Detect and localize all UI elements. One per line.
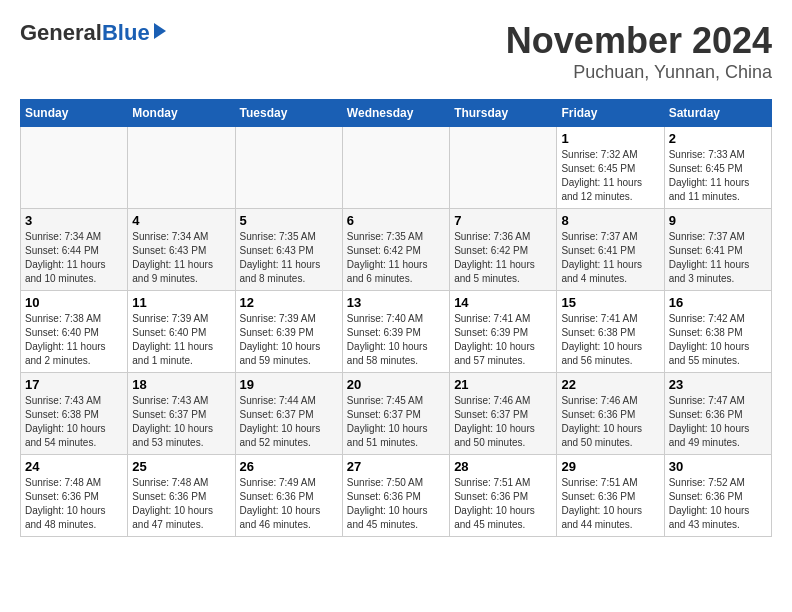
day-info: Sunrise: 7:50 AM Sunset: 6:36 PM Dayligh… bbox=[347, 476, 445, 532]
calendar-week-1: 1Sunrise: 7:32 AM Sunset: 6:45 PM Daylig… bbox=[21, 127, 772, 209]
day-info: Sunrise: 7:47 AM Sunset: 6:36 PM Dayligh… bbox=[669, 394, 767, 450]
day-info: Sunrise: 7:46 AM Sunset: 6:37 PM Dayligh… bbox=[454, 394, 552, 450]
day-number: 10 bbox=[25, 295, 123, 310]
weekday-header-friday: Friday bbox=[557, 100, 664, 127]
calendar-cell: 21Sunrise: 7:46 AM Sunset: 6:37 PM Dayli… bbox=[450, 373, 557, 455]
page-header: General Blue November 2024 Puchuan, Yunn… bbox=[20, 20, 772, 83]
calendar-cell: 20Sunrise: 7:45 AM Sunset: 6:37 PM Dayli… bbox=[342, 373, 449, 455]
day-info: Sunrise: 7:34 AM Sunset: 6:43 PM Dayligh… bbox=[132, 230, 230, 286]
calendar-cell: 28Sunrise: 7:51 AM Sunset: 6:36 PM Dayli… bbox=[450, 455, 557, 537]
calendar-week-4: 17Sunrise: 7:43 AM Sunset: 6:38 PM Dayli… bbox=[21, 373, 772, 455]
calendar-cell: 7Sunrise: 7:36 AM Sunset: 6:42 PM Daylig… bbox=[450, 209, 557, 291]
calendar-week-3: 10Sunrise: 7:38 AM Sunset: 6:40 PM Dayli… bbox=[21, 291, 772, 373]
calendar-cell bbox=[235, 127, 342, 209]
day-info: Sunrise: 7:46 AM Sunset: 6:36 PM Dayligh… bbox=[561, 394, 659, 450]
weekday-header-row: SundayMondayTuesdayWednesdayThursdayFrid… bbox=[21, 100, 772, 127]
day-info: Sunrise: 7:35 AM Sunset: 6:43 PM Dayligh… bbox=[240, 230, 338, 286]
calendar-cell: 22Sunrise: 7:46 AM Sunset: 6:36 PM Dayli… bbox=[557, 373, 664, 455]
calendar-cell: 3Sunrise: 7:34 AM Sunset: 6:44 PM Daylig… bbox=[21, 209, 128, 291]
weekday-header-wednesday: Wednesday bbox=[342, 100, 449, 127]
calendar-cell: 15Sunrise: 7:41 AM Sunset: 6:38 PM Dayli… bbox=[557, 291, 664, 373]
logo: General Blue bbox=[20, 20, 166, 46]
day-number: 29 bbox=[561, 459, 659, 474]
calendar-cell: 30Sunrise: 7:52 AM Sunset: 6:36 PM Dayli… bbox=[664, 455, 771, 537]
calendar-cell bbox=[342, 127, 449, 209]
day-number: 20 bbox=[347, 377, 445, 392]
day-number: 4 bbox=[132, 213, 230, 228]
day-number: 30 bbox=[669, 459, 767, 474]
calendar-cell: 25Sunrise: 7:48 AM Sunset: 6:36 PM Dayli… bbox=[128, 455, 235, 537]
calendar-cell: 18Sunrise: 7:43 AM Sunset: 6:37 PM Dayli… bbox=[128, 373, 235, 455]
day-number: 21 bbox=[454, 377, 552, 392]
day-number: 16 bbox=[669, 295, 767, 310]
day-info: Sunrise: 7:33 AM Sunset: 6:45 PM Dayligh… bbox=[669, 148, 767, 204]
day-info: Sunrise: 7:37 AM Sunset: 6:41 PM Dayligh… bbox=[561, 230, 659, 286]
calendar-cell: 27Sunrise: 7:50 AM Sunset: 6:36 PM Dayli… bbox=[342, 455, 449, 537]
logo-arrow-icon bbox=[154, 23, 166, 39]
location: Puchuan, Yunnan, China bbox=[506, 62, 772, 83]
day-info: Sunrise: 7:45 AM Sunset: 6:37 PM Dayligh… bbox=[347, 394, 445, 450]
month-title: November 2024 bbox=[506, 20, 772, 62]
calendar-cell: 9Sunrise: 7:37 AM Sunset: 6:41 PM Daylig… bbox=[664, 209, 771, 291]
day-number: 25 bbox=[132, 459, 230, 474]
calendar-cell: 16Sunrise: 7:42 AM Sunset: 6:38 PM Dayli… bbox=[664, 291, 771, 373]
day-number: 5 bbox=[240, 213, 338, 228]
day-number: 11 bbox=[132, 295, 230, 310]
calendar-cell: 12Sunrise: 7:39 AM Sunset: 6:39 PM Dayli… bbox=[235, 291, 342, 373]
calendar-cell: 19Sunrise: 7:44 AM Sunset: 6:37 PM Dayli… bbox=[235, 373, 342, 455]
calendar-cell: 26Sunrise: 7:49 AM Sunset: 6:36 PM Dayli… bbox=[235, 455, 342, 537]
day-info: Sunrise: 7:41 AM Sunset: 6:38 PM Dayligh… bbox=[561, 312, 659, 368]
day-number: 15 bbox=[561, 295, 659, 310]
day-info: Sunrise: 7:43 AM Sunset: 6:37 PM Dayligh… bbox=[132, 394, 230, 450]
day-number: 12 bbox=[240, 295, 338, 310]
calendar-cell: 17Sunrise: 7:43 AM Sunset: 6:38 PM Dayli… bbox=[21, 373, 128, 455]
calendar-cell: 5Sunrise: 7:35 AM Sunset: 6:43 PM Daylig… bbox=[235, 209, 342, 291]
logo-blue-text: Blue bbox=[102, 20, 150, 46]
day-number: 26 bbox=[240, 459, 338, 474]
calendar-cell: 13Sunrise: 7:40 AM Sunset: 6:39 PM Dayli… bbox=[342, 291, 449, 373]
calendar-cell bbox=[128, 127, 235, 209]
day-number: 2 bbox=[669, 131, 767, 146]
calendar-week-5: 24Sunrise: 7:48 AM Sunset: 6:36 PM Dayli… bbox=[21, 455, 772, 537]
calendar-cell: 6Sunrise: 7:35 AM Sunset: 6:42 PM Daylig… bbox=[342, 209, 449, 291]
day-info: Sunrise: 7:34 AM Sunset: 6:44 PM Dayligh… bbox=[25, 230, 123, 286]
day-info: Sunrise: 7:41 AM Sunset: 6:39 PM Dayligh… bbox=[454, 312, 552, 368]
calendar-body: 1Sunrise: 7:32 AM Sunset: 6:45 PM Daylig… bbox=[21, 127, 772, 537]
day-info: Sunrise: 7:48 AM Sunset: 6:36 PM Dayligh… bbox=[25, 476, 123, 532]
weekday-header-saturday: Saturday bbox=[664, 100, 771, 127]
weekday-header-thursday: Thursday bbox=[450, 100, 557, 127]
day-info: Sunrise: 7:38 AM Sunset: 6:40 PM Dayligh… bbox=[25, 312, 123, 368]
day-number: 27 bbox=[347, 459, 445, 474]
calendar-cell bbox=[21, 127, 128, 209]
day-number: 6 bbox=[347, 213, 445, 228]
day-number: 23 bbox=[669, 377, 767, 392]
calendar-cell: 8Sunrise: 7:37 AM Sunset: 6:41 PM Daylig… bbox=[557, 209, 664, 291]
calendar-cell: 29Sunrise: 7:51 AM Sunset: 6:36 PM Dayli… bbox=[557, 455, 664, 537]
calendar-cell: 10Sunrise: 7:38 AM Sunset: 6:40 PM Dayli… bbox=[21, 291, 128, 373]
day-info: Sunrise: 7:51 AM Sunset: 6:36 PM Dayligh… bbox=[454, 476, 552, 532]
calendar-cell: 14Sunrise: 7:41 AM Sunset: 6:39 PM Dayli… bbox=[450, 291, 557, 373]
day-number: 8 bbox=[561, 213, 659, 228]
day-info: Sunrise: 7:40 AM Sunset: 6:39 PM Dayligh… bbox=[347, 312, 445, 368]
day-info: Sunrise: 7:42 AM Sunset: 6:38 PM Dayligh… bbox=[669, 312, 767, 368]
day-info: Sunrise: 7:44 AM Sunset: 6:37 PM Dayligh… bbox=[240, 394, 338, 450]
calendar-week-2: 3Sunrise: 7:34 AM Sunset: 6:44 PM Daylig… bbox=[21, 209, 772, 291]
day-info: Sunrise: 7:51 AM Sunset: 6:36 PM Dayligh… bbox=[561, 476, 659, 532]
calendar-cell bbox=[450, 127, 557, 209]
day-number: 7 bbox=[454, 213, 552, 228]
day-number: 13 bbox=[347, 295, 445, 310]
day-number: 1 bbox=[561, 131, 659, 146]
day-number: 24 bbox=[25, 459, 123, 474]
calendar-cell: 2Sunrise: 7:33 AM Sunset: 6:45 PM Daylig… bbox=[664, 127, 771, 209]
day-info: Sunrise: 7:52 AM Sunset: 6:36 PM Dayligh… bbox=[669, 476, 767, 532]
day-number: 18 bbox=[132, 377, 230, 392]
calendar-cell: 1Sunrise: 7:32 AM Sunset: 6:45 PM Daylig… bbox=[557, 127, 664, 209]
weekday-header-tuesday: Tuesday bbox=[235, 100, 342, 127]
day-number: 19 bbox=[240, 377, 338, 392]
day-number: 17 bbox=[25, 377, 123, 392]
day-info: Sunrise: 7:36 AM Sunset: 6:42 PM Dayligh… bbox=[454, 230, 552, 286]
logo-general-text: General bbox=[20, 20, 102, 46]
calendar-table: SundayMondayTuesdayWednesdayThursdayFrid… bbox=[20, 99, 772, 537]
day-info: Sunrise: 7:39 AM Sunset: 6:39 PM Dayligh… bbox=[240, 312, 338, 368]
calendar-cell: 11Sunrise: 7:39 AM Sunset: 6:40 PM Dayli… bbox=[128, 291, 235, 373]
